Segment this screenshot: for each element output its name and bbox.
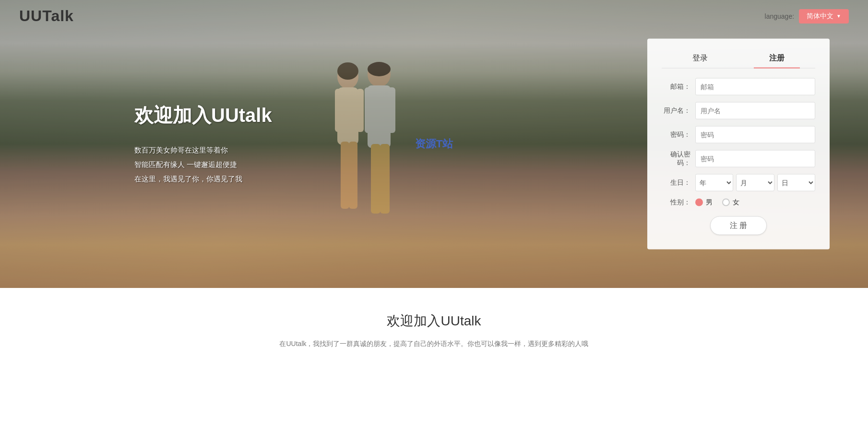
password-label: 密码： (662, 131, 695, 139)
year-select[interactable]: 年 200019991998 1995199019851980 (695, 174, 733, 191)
bottom-section: 欢迎加入UUtalk 在UUtalk，我找到了一群真诚的朋友，提高了自己的外语水… (0, 288, 868, 374)
gender-female-label: 女 (733, 198, 739, 207)
password-row: 密码： (662, 126, 815, 143)
birthday-row: 生日： 年 200019991998 1995199019851980 月 12… (662, 174, 815, 191)
email-label: 邮箱： (662, 83, 695, 91)
register-button[interactable]: 注 册 (710, 216, 767, 235)
birthday-label: 生日： (662, 179, 695, 187)
day-select[interactable]: 日 1235 101520253031 (777, 174, 815, 191)
bottom-title: 欢迎加入UUtalk (19, 312, 849, 330)
female-radio[interactable] (722, 199, 730, 206)
watermark: 资源T站 (415, 137, 453, 151)
bottom-description: 在UUtalk，我找到了一群真诚的朋友，提高了自己的外语水平。你也可以像我一样，… (19, 338, 849, 350)
confirm-password-field[interactable] (695, 150, 815, 167)
gender-female-option[interactable]: 女 (722, 198, 739, 207)
hero-desc-1: 数百万美女帅哥在这里等着你 (134, 143, 272, 157)
hero-desc-2: 智能匹配有缘人 一键邂逅超便捷 (134, 157, 272, 172)
confirm-label: 确认密码： (662, 150, 695, 167)
email-row: 邮箱： (662, 78, 815, 96)
username-field[interactable] (695, 102, 815, 119)
birthday-selects: 年 200019991998 1995199019851980 月 1234 5… (695, 174, 815, 191)
logo: UUTalk (19, 7, 74, 25)
hero-desc-3: 在这里，我遇见了你，你遇见了我 (134, 172, 272, 186)
gender-label: 性别： (662, 198, 695, 207)
hero-text-area: 欢迎加入UUtalk 数百万美女帅哥在这里等着你 智能匹配有缘人 一键邂逅超便捷… (134, 102, 272, 186)
lang-btn-text: 简体中文 (807, 12, 833, 21)
username-label: 用户名： (662, 107, 695, 115)
header: UUTalk language: 简体中文 ▼ (0, 0, 868, 32)
gender-male-label: 男 (706, 198, 713, 207)
lang-label: language: (765, 12, 795, 20)
confirm-password-row: 确认密码： (662, 150, 815, 167)
username-row: 用户名： (662, 102, 815, 119)
tab-login[interactable]: 登录 (662, 48, 738, 68)
auth-tabs: 登录 注册 (662, 48, 815, 69)
logo-text: UUTalk (19, 7, 74, 24)
language-button[interactable]: 简体中文 ▼ (799, 9, 849, 24)
chevron-down-icon: ▼ (836, 13, 841, 19)
male-radio[interactable] (695, 199, 703, 206)
month-select[interactable]: 月 1234 5678 9101112 (736, 174, 774, 191)
email-field[interactable] (695, 78, 815, 96)
hero-title: 欢迎加入UUtalk (134, 102, 272, 129)
hero-section: 资源T站 欢迎加入UUtalk 数百万美女帅哥在这里等着你 智能匹配有缘人 一键… (0, 0, 868, 288)
gender-male-option[interactable]: 男 (695, 198, 713, 207)
tab-register[interactable]: 注册 (738, 48, 815, 68)
gender-row: 性别： 男 女 (662, 198, 815, 207)
password-field[interactable] (695, 126, 815, 143)
language-area: language: 简体中文 ▼ (765, 9, 849, 24)
register-btn-row: 注 册 (662, 216, 815, 235)
gender-options: 男 女 (695, 198, 815, 207)
hero-descriptions: 数百万美女帅哥在这里等着你 智能匹配有缘人 一键邂逅超便捷 在这里，我遇见了你，… (134, 143, 272, 186)
registration-panel: 登录 注册 邮箱： 用户名： 密码： 确认密码： 生日： 年 (647, 39, 830, 250)
